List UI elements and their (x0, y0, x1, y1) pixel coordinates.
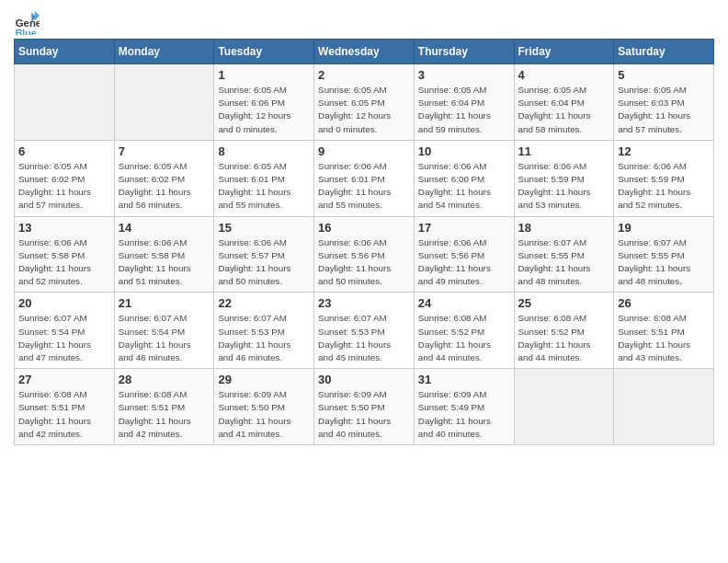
day-number: 20 (18, 296, 110, 310)
page-container: General Blue SundayMondayTuesdayWednesda… (0, 0, 728, 459)
day-number: 8 (218, 144, 310, 158)
calendar-cell: 10Sunrise: 6:06 AMSunset: 6:00 PMDayligh… (414, 140, 514, 216)
day-number: 17 (418, 221, 510, 235)
day-info: Sunrise: 6:08 AMSunset: 5:51 PMDaylight:… (119, 388, 210, 441)
day-info: Sunrise: 6:05 AMSunset: 6:01 PMDaylight:… (218, 160, 310, 213)
day-number: 16 (318, 221, 410, 235)
day-number: 24 (418, 296, 510, 310)
calendar-cell: 18Sunrise: 6:07 AMSunset: 5:55 PMDayligh… (514, 216, 614, 293)
day-info: Sunrise: 6:08 AMSunset: 5:51 PMDaylight:… (18, 388, 110, 441)
calendar-week-2: 6Sunrise: 6:05 AMSunset: 6:02 PMDaylight… (15, 140, 714, 216)
day-info: Sunrise: 6:07 AMSunset: 5:54 PMDaylight:… (119, 312, 210, 364)
day-info: Sunrise: 6:08 AMSunset: 5:51 PMDaylight:… (618, 312, 710, 364)
calendar-cell: 21Sunrise: 6:07 AMSunset: 5:54 PMDayligh… (114, 293, 214, 369)
calendar-week-4: 20Sunrise: 6:07 AMSunset: 5:54 PMDayligh… (15, 293, 714, 369)
calendar-cell: 1Sunrise: 6:05 AMSunset: 6:06 PMDaylight… (214, 64, 314, 141)
calendar-cell: 14Sunrise: 6:06 AMSunset: 5:58 PMDayligh… (114, 216, 214, 293)
day-info: Sunrise: 6:05 AMSunset: 6:03 PMDaylight:… (618, 84, 710, 136)
calendar-cell: 15Sunrise: 6:06 AMSunset: 5:57 PMDayligh… (214, 216, 314, 293)
day-number: 12 (618, 144, 710, 158)
calendar-cell (514, 369, 614, 445)
day-number: 14 (119, 221, 210, 235)
day-info: Sunrise: 6:09 AMSunset: 5:50 PMDaylight:… (218, 388, 310, 441)
day-number: 18 (518, 221, 610, 235)
day-number: 10 (418, 144, 510, 158)
weekday-tuesday: Tuesday (214, 40, 314, 64)
calendar-cell: 27Sunrise: 6:08 AMSunset: 5:51 PMDayligh… (15, 369, 115, 445)
calendar-cell: 11Sunrise: 6:06 AMSunset: 5:59 PMDayligh… (514, 140, 614, 216)
weekday-saturday: Saturday (614, 40, 714, 64)
calendar-cell: 31Sunrise: 6:09 AMSunset: 5:49 PMDayligh… (414, 369, 514, 445)
day-info: Sunrise: 6:07 AMSunset: 5:54 PMDaylight:… (18, 312, 110, 364)
calendar-cell: 20Sunrise: 6:07 AMSunset: 5:54 PMDayligh… (15, 293, 115, 369)
calendar-cell: 25Sunrise: 6:08 AMSunset: 5:52 PMDayligh… (514, 293, 614, 369)
logo: General Blue (14, 9, 43, 35)
calendar-week-1: 1Sunrise: 6:05 AMSunset: 6:06 PMDaylight… (15, 64, 714, 141)
calendar-cell: 9Sunrise: 6:06 AMSunset: 6:01 PMDaylight… (314, 140, 415, 216)
weekday-thursday: Thursday (414, 40, 514, 64)
day-info: Sunrise: 6:05 AMSunset: 6:05 PMDaylight:… (318, 84, 410, 136)
day-info: Sunrise: 6:06 AMSunset: 5:57 PMDaylight:… (218, 236, 310, 289)
weekday-wednesday: Wednesday (314, 40, 415, 64)
day-number: 26 (618, 296, 710, 310)
day-number: 5 (618, 68, 710, 82)
calendar-cell: 2Sunrise: 6:05 AMSunset: 6:05 PMDaylight… (314, 64, 415, 141)
calendar-cell: 26Sunrise: 6:08 AMSunset: 5:51 PMDayligh… (614, 293, 714, 369)
calendar-cell: 6Sunrise: 6:05 AMSunset: 6:02 PMDaylight… (15, 140, 115, 216)
calendar-cell: 16Sunrise: 6:06 AMSunset: 5:56 PMDayligh… (314, 216, 415, 293)
day-info: Sunrise: 6:06 AMSunset: 5:59 PMDaylight:… (518, 160, 610, 213)
day-number: 25 (518, 296, 610, 310)
day-info: Sunrise: 6:08 AMSunset: 5:52 PMDaylight:… (518, 312, 610, 364)
day-number: 6 (18, 144, 110, 158)
day-number: 19 (618, 221, 710, 235)
day-number: 22 (218, 296, 310, 310)
weekday-monday: Monday (114, 40, 214, 64)
calendar-cell: 8Sunrise: 6:05 AMSunset: 6:01 PMDaylight… (214, 140, 314, 216)
day-number: 31 (418, 373, 510, 386)
weekday-friday: Friday (514, 40, 614, 64)
day-info: Sunrise: 6:06 AMSunset: 5:59 PMDaylight:… (618, 160, 710, 213)
day-info: Sunrise: 6:06 AMSunset: 5:58 PMDaylight:… (119, 236, 210, 289)
logo-icon: General Blue (14, 9, 40, 35)
day-number: 23 (318, 296, 410, 310)
calendar-cell: 13Sunrise: 6:06 AMSunset: 5:58 PMDayligh… (15, 216, 115, 293)
day-info: Sunrise: 6:06 AMSunset: 5:58 PMDaylight:… (18, 236, 110, 289)
day-number: 1 (218, 68, 310, 82)
calendar-cell: 30Sunrise: 6:09 AMSunset: 5:50 PMDayligh… (314, 369, 415, 445)
day-info: Sunrise: 6:06 AMSunset: 5:56 PMDaylight:… (418, 236, 510, 289)
day-info: Sunrise: 6:09 AMSunset: 5:49 PMDaylight:… (418, 388, 510, 441)
day-info: Sunrise: 6:05 AMSunset: 6:04 PMDaylight:… (518, 84, 610, 136)
calendar-table: SundayMondayTuesdayWednesdayThursdayFrid… (14, 39, 714, 445)
calendar-cell: 24Sunrise: 6:08 AMSunset: 5:52 PMDayligh… (414, 293, 514, 369)
calendar-cell (15, 64, 115, 141)
day-number: 15 (218, 221, 310, 235)
day-info: Sunrise: 6:07 AMSunset: 5:53 PMDaylight:… (218, 312, 310, 364)
day-number: 28 (119, 373, 210, 386)
weekday-header-row: SundayMondayTuesdayWednesdayThursdayFrid… (15, 40, 714, 64)
day-number: 21 (119, 296, 210, 310)
weekday-sunday: Sunday (15, 40, 115, 64)
day-info: Sunrise: 6:07 AMSunset: 5:55 PMDaylight:… (518, 236, 610, 289)
day-number: 27 (18, 373, 110, 386)
calendar-cell: 19Sunrise: 6:07 AMSunset: 5:55 PMDayligh… (614, 216, 714, 293)
day-info: Sunrise: 6:06 AMSunset: 6:00 PMDaylight:… (418, 160, 510, 213)
day-info: Sunrise: 6:05 AMSunset: 6:06 PMDaylight:… (218, 84, 310, 136)
calendar-week-3: 13Sunrise: 6:06 AMSunset: 5:58 PMDayligh… (15, 216, 714, 293)
svg-text:Blue: Blue (16, 28, 37, 35)
day-number: 3 (418, 68, 510, 82)
calendar-cell: 7Sunrise: 6:05 AMSunset: 6:02 PMDaylight… (114, 140, 214, 216)
day-info: Sunrise: 6:06 AMSunset: 6:01 PMDaylight:… (318, 160, 410, 213)
calendar-cell: 3Sunrise: 6:05 AMSunset: 6:04 PMDaylight… (414, 64, 514, 141)
calendar-cell: 5Sunrise: 6:05 AMSunset: 6:03 PMDaylight… (614, 64, 714, 141)
day-info: Sunrise: 6:07 AMSunset: 5:55 PMDaylight:… (618, 236, 710, 289)
header: General Blue (14, 9, 714, 35)
day-info: Sunrise: 6:05 AMSunset: 6:04 PMDaylight:… (418, 84, 510, 136)
day-info: Sunrise: 6:06 AMSunset: 5:56 PMDaylight:… (318, 236, 410, 289)
calendar-cell: 22Sunrise: 6:07 AMSunset: 5:53 PMDayligh… (214, 293, 314, 369)
calendar-cell: 28Sunrise: 6:08 AMSunset: 5:51 PMDayligh… (114, 369, 214, 445)
day-info: Sunrise: 6:05 AMSunset: 6:02 PMDaylight:… (119, 160, 210, 213)
calendar-cell: 17Sunrise: 6:06 AMSunset: 5:56 PMDayligh… (414, 216, 514, 293)
calendar-cell (614, 369, 714, 445)
day-number: 30 (318, 373, 410, 386)
day-number: 13 (18, 221, 110, 235)
